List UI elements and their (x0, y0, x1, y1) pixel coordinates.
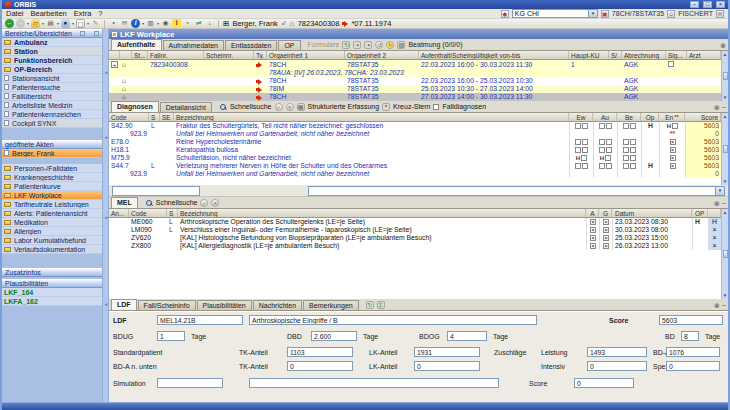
plausi-item-lkf164[interactable]: LKF_164 (2, 288, 102, 297)
col-score[interactable]: Score (685, 113, 721, 121)
tab-b​emerkungen[interactable]: Bemerkungen (303, 300, 359, 310)
pin-icon[interactable] (94, 31, 99, 36)
simulation-code-field[interactable] (157, 378, 223, 388)
refresh-icon[interactable]: ↻ (342, 41, 350, 49)
col-se[interactable]: SE (160, 113, 174, 121)
tab-mel[interactable]: MEL (111, 197, 138, 208)
scroll-up-icon[interactable]: ▲ (723, 114, 727, 119)
col-sig[interactable]: Sig... (666, 51, 687, 59)
mel-row[interactable]: LM090 L Verschluss einer Inguinal- oder … (109, 226, 721, 234)
clock-icon[interactable]: • (109, 19, 118, 28)
simulation-score-field[interactable] (574, 378, 634, 388)
col-org1[interactable]: Orgaeinheit 1 (267, 51, 345, 59)
col-be[interactable]: Be (617, 113, 641, 121)
col-haupt-ku[interactable]: Haupt-KU (569, 51, 609, 59)
col-a[interactable]: A (586, 209, 599, 217)
collapse-chevron-icon[interactable]: « (103, 134, 110, 140)
panel-collapse-icon[interactable]: ⊗ (714, 104, 720, 112)
col-g[interactable]: G (599, 209, 612, 217)
stay-row[interactable]: + ⌂ 7823400308 78CH 78STAT35 22.03.2023 … (109, 60, 721, 69)
sidebar-item-medikation[interactable]: Medikation (2, 218, 102, 227)
col-op[interactable]: Op (641, 113, 659, 121)
new-document-icon[interactable]: ▢ (76, 19, 85, 28)
scroll-down-icon[interactable]: ▼ (723, 95, 727, 100)
tab-entlassdaten[interactable]: Entlassdaten (225, 40, 277, 50)
sidebar-item-allergien[interactable]: Allergien (2, 227, 102, 236)
diagnoses-scrollbar[interactable]: ▲ ▼ (721, 113, 728, 185)
open-folder-icon[interactable]: ▱ (31, 19, 40, 28)
scroll-down-icon[interactable]: ▼ (723, 179, 727, 184)
menu-help[interactable]: ? (98, 9, 102, 18)
col-abrechnung[interactable]: Abrechnung (622, 51, 666, 59)
sidebar-item-alerts[interactable]: Alerts: Patientenansicht (2, 209, 102, 218)
sidebar-section-plausibilitaeten[interactable]: Plausibilitäten (2, 279, 102, 288)
bdog-field[interactable] (447, 331, 487, 341)
mail-icon[interactable]: ✉ (716, 10, 724, 18)
calc-icon[interactable]: Σ (377, 301, 385, 309)
tab-aufnahmedaten[interactable]: Aufnahmedaten (163, 40, 224, 50)
panel-minimize-icon[interactable]: − (722, 200, 726, 208)
sidebar-item-lkf-workplace[interactable]: LKF Workplace (2, 191, 102, 200)
forward-icon[interactable]: → (16, 19, 25, 28)
kreuz-stern-button[interactable]: Kreuz-Stern (393, 103, 430, 110)
redo-icon[interactable]: ↻ (386, 41, 394, 49)
mel-row[interactable]: ZX800 [KAL] Allergiediagnostik (LE=je am… (109, 242, 721, 250)
leistung-field[interactable] (587, 347, 647, 357)
sidebar-item-station[interactable]: Station (2, 47, 102, 56)
schnellsuche-button[interactable]: Schnellsuche (230, 103, 272, 110)
tab-nachrichten[interactable]: Nachrichten (253, 300, 302, 310)
tab-detailansicht[interactable]: Detailansicht (160, 102, 212, 112)
stay-row-selected[interactable]: ⌂ 78CH 78STAT35 27.03.2023 14:00 - 30.03… (109, 93, 721, 101)
save-icon[interactable]: ▪ (353, 41, 361, 49)
col-ew[interactable]: Ew (569, 113, 593, 121)
bd-field[interactable] (681, 331, 699, 341)
beatmung-label[interactable]: Beatmung (0/0/0) (408, 41, 462, 48)
caret-icon[interactable]: ▾ (72, 21, 74, 26)
panel-collapse-icon[interactable]: ⊗ (714, 302, 720, 310)
info-icon[interactable]: i (131, 19, 140, 28)
sidebar-item-personen-falldaten[interactable]: Personen-/Falldaten (2, 164, 102, 173)
transfer-icon[interactable]: ⇄ (194, 19, 203, 28)
schnellsuche-button[interactable]: Schnellsuche (156, 199, 198, 206)
open-record-berger[interactable]: Berger, Frank (2, 149, 102, 158)
col-ty[interactable]: Ty. (254, 51, 267, 59)
col-au[interactable]: Au (593, 113, 617, 121)
mel-scrollbar[interactable]: ▲ ▼ (721, 209, 728, 299)
sidebar-item-ambulanz[interactable]: Ambulanz (2, 38, 102, 47)
simulation-text-field[interactable] (249, 378, 499, 388)
col-scheinnr[interactable]: Scheinnr. (204, 51, 254, 59)
plausi-item-lkfa162[interactable]: LKFA_162 (2, 297, 102, 306)
sig-checkbox[interactable] (668, 61, 674, 67)
menu-extra[interactable]: Extra (74, 9, 92, 18)
caret-icon[interactable]: ▾ (57, 21, 59, 26)
ldf-code-field[interactable] (157, 315, 243, 325)
tk-anteil-field[interactable] (287, 347, 353, 357)
sidebar-item-patientenkurve[interactable]: Patientenkurve (2, 182, 102, 191)
col-bezeichnung[interactable]: Bezeichnung (178, 209, 586, 217)
stay-row[interactable]: ⌂ 78IM 78STAT35 25.03.2023 10:30 - 27.03… (109, 85, 721, 93)
caret-icon[interactable]: ▾ (27, 21, 29, 26)
print-icon[interactable]: ▤ (46, 19, 55, 28)
tab-fall-scheininfo[interactable]: Fall/Scheininfo (138, 300, 196, 310)
sidebar-item-patientensuche[interactable]: Patientensuche (2, 83, 102, 92)
sidebar-item-cockpit-synx[interactable]: Cockpit SYNX (2, 119, 102, 128)
collapse-chevron-icon[interactable]: « (103, 301, 110, 307)
sidebar-item-tarifneutrale[interactable]: Tarifneutrale Leistungen (2, 200, 102, 209)
panel-minimize-icon[interactable]: − (722, 104, 726, 112)
tab-diagnosen[interactable]: Diagnosen (111, 101, 159, 112)
col-fallnr[interactable]: Fallnr. (148, 51, 204, 59)
sidebar-item-funktionsbereich[interactable]: Funktionsbereich (2, 56, 102, 65)
col-von-bis[interactable]: Aufenthalt/Scheingültigkeit von-bis (419, 51, 569, 59)
panel-minimize-icon[interactable]: − (722, 302, 726, 310)
col-bezeichnung[interactable]: Bezeichnung (174, 113, 569, 121)
panel-collapse-icon[interactable]: ⊗ (720, 42, 726, 50)
bda-oben-field[interactable] (666, 347, 720, 357)
minimize-button[interactable]: − (690, 1, 699, 8)
sidebar-item-falluebersicht[interactable]: Fallübersicht (2, 92, 102, 101)
strukturierte-erfassung-button[interactable]: Strukturierte Erfassung (308, 103, 380, 110)
sidebar-item-patientenkennzeichen[interactable]: Patientenkennzeichen (2, 110, 102, 119)
scroll-thumb[interactable] (723, 250, 728, 258)
diagnosis-row[interactable]: E78.0 Reine Hypercholesterinämie × 5603 (109, 138, 721, 146)
statistics-icon[interactable]: ▥ (146, 19, 155, 28)
bdug-field[interactable] (157, 331, 185, 341)
